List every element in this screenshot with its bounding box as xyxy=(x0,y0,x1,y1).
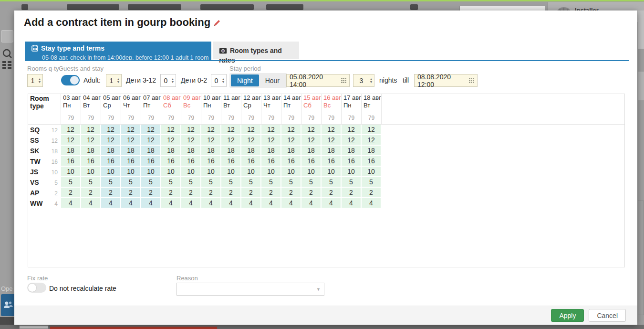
availability-cell: 2 xyxy=(161,188,181,198)
check-out-datetime-input[interactable]: 08.08.2020 12:00 xyxy=(414,74,478,87)
availability-cell: 4 xyxy=(161,198,181,209)
date-column-header: 04 авгВт xyxy=(81,94,101,111)
guests-toggle[interactable] xyxy=(61,75,80,85)
capacity-cell: 79 xyxy=(61,111,81,125)
availability-cell: 12 xyxy=(301,125,322,135)
availability-cell: 10 xyxy=(362,167,382,177)
availability-cell: 18 xyxy=(61,146,81,156)
capacity-cell: 79 xyxy=(181,111,201,125)
night-button[interactable]: Night xyxy=(231,74,259,86)
tab-stay-type-and-terms[interactable]: Stay type and terms 05-08 авг, check in … xyxy=(25,42,211,61)
rooms-qty-stepper[interactable]: 1 ▲▼ xyxy=(27,74,43,87)
row-filler xyxy=(382,198,624,209)
till-text: till xyxy=(403,76,409,84)
availability-cell: 12 xyxy=(121,125,141,135)
room-type-row: 18SK18181818181818181818181818181818 xyxy=(28,146,624,156)
availability-cell: 10 xyxy=(181,167,201,177)
availability-cell: 12 xyxy=(81,125,101,135)
toggle-knob xyxy=(70,76,79,85)
room-type-label: 12SQ xyxy=(28,125,61,135)
reason-select[interactable]: ▼ xyxy=(177,283,324,296)
availability-cell: 18 xyxy=(342,146,362,156)
date-column-header: 10 авгПн xyxy=(201,94,221,111)
bg-group-button xyxy=(1,294,14,316)
availability-cell: 12 xyxy=(241,135,261,146)
availability-cell: 12 xyxy=(342,135,362,146)
availability-cell: 2 xyxy=(181,188,201,198)
availability-cell: 12 xyxy=(181,125,201,135)
room-type-row: 5VS5555555555555555 xyxy=(28,177,624,188)
availability-cell: 4 xyxy=(61,198,81,209)
add-contract-item-modal: Add a contract item in gourp booking Sta… xyxy=(14,11,637,325)
availability-cell: 5 xyxy=(301,177,322,188)
calendar-grid-icon[interactable] xyxy=(341,78,346,83)
stepper-arrows[interactable]: ▲▼ xyxy=(38,78,42,84)
availability-cell: 10 xyxy=(301,167,322,177)
adult-label: Adult: xyxy=(83,76,101,84)
row-filler xyxy=(382,125,624,135)
availability-cell: 2 xyxy=(121,188,141,198)
children-0-2-stepper[interactable]: 0 ▲▼ xyxy=(211,74,227,87)
bg-right-panel xyxy=(638,11,644,49)
nights-stepper[interactable]: 3 ▲▼ xyxy=(353,74,374,87)
tab-room-types-and-rates[interactable]: 0 Room types and rates xyxy=(213,42,299,59)
availability-cell: 16 xyxy=(221,156,241,167)
availability-cell: 10 xyxy=(141,167,161,177)
availability-cell: 10 xyxy=(61,167,81,177)
capacity-cell: 79 xyxy=(281,111,301,125)
availability-cell: 18 xyxy=(141,146,161,156)
stepper-arrows[interactable]: ▲▼ xyxy=(116,78,121,84)
availability-cell: 16 xyxy=(141,156,161,167)
availability-cell: 10 xyxy=(241,167,261,177)
edit-pencil-icon[interactable] xyxy=(213,19,221,27)
availability-cell: 16 xyxy=(261,156,281,167)
availability-table: Room type03 авгПн04 авгВт05 авгСр06 авгЧ… xyxy=(28,94,624,209)
availability-cell: 16 xyxy=(322,156,342,167)
availability-table-container: Room type03 авгПн04 авгВт05 авгСр06 авгЧ… xyxy=(28,94,625,267)
availability-cell: 10 xyxy=(342,167,362,177)
stepper-arrows[interactable]: ▲▼ xyxy=(221,78,226,84)
availability-cell: 16 xyxy=(281,156,301,167)
stepper-arrows[interactable]: ▲▼ xyxy=(171,78,176,84)
room-type-label: 12SS xyxy=(28,135,61,146)
bg-bottom-box xyxy=(19,325,49,329)
availability-cell: 12 xyxy=(261,125,281,135)
date-column-header: 14 авгПт xyxy=(281,94,301,111)
date-column-header: 06 авгЧт xyxy=(121,94,141,111)
stepper-arrows[interactable]: ▲▼ xyxy=(369,78,374,84)
capacity-row-label xyxy=(28,111,61,125)
availability-cell: 12 xyxy=(101,135,121,146)
adult-stepper[interactable]: 1 ▲▼ xyxy=(106,74,122,87)
fix-rate-toggle[interactable] xyxy=(27,283,46,293)
cancel-button[interactable]: Cancel xyxy=(589,309,626,322)
availability-cell: 5 xyxy=(281,177,301,188)
availability-cell: 4 xyxy=(322,198,342,209)
apply-button[interactable]: Apply xyxy=(551,309,584,322)
availability-cell: 2 xyxy=(101,188,121,198)
availability-cell: 4 xyxy=(342,198,362,209)
check-in-datetime-input[interactable]: 05.08.2020 14:00 xyxy=(286,74,350,87)
nights-text: nights xyxy=(379,76,397,84)
availability-cell: 4 xyxy=(281,198,301,209)
availability-cell: 4 xyxy=(221,198,241,209)
calendar-grid-icon[interactable] xyxy=(469,78,474,83)
tab-underline xyxy=(25,60,629,61)
capacity-cell: 79 xyxy=(322,111,342,125)
availability-cell: 2 xyxy=(141,188,161,198)
availability-cell: 10 xyxy=(201,167,221,177)
availability-cell: 4 xyxy=(301,198,322,209)
children-3-12-stepper[interactable]: 0 ▲▼ xyxy=(160,74,176,87)
bg-menu-item xyxy=(128,4,181,10)
availability-cell: 2 xyxy=(261,188,281,198)
availability-cell: 4 xyxy=(261,198,281,209)
availability-cell: 2 xyxy=(241,188,261,198)
capacity-cell: 79 xyxy=(81,111,101,125)
hour-button[interactable]: Hour xyxy=(259,74,286,86)
availability-cell: 10 xyxy=(221,167,241,177)
availability-cell: 12 xyxy=(221,135,241,146)
capacity-cell: 79 xyxy=(141,111,161,125)
date-column-header: 12 авгСр xyxy=(241,94,261,111)
availability-cell: 12 xyxy=(101,125,121,135)
availability-cell: 2 xyxy=(61,188,81,198)
date-column-header: 08 авгСб xyxy=(161,94,181,111)
